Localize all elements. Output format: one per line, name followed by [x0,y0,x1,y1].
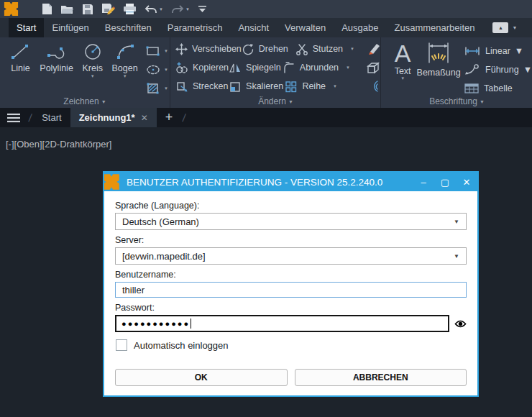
fillet-label: Abrunden [300,63,339,73]
ribbon-tab-ansicht[interactable]: Ansicht [230,18,277,37]
fillet-caret-icon[interactable]: ▼ [346,65,350,70]
cancel-button[interactable]: ABBRECHEN [295,369,467,386]
trim-button[interactable]: Stutzen ▼ [295,43,354,55]
ribbon-collapse-caret-icon[interactable]: ▼ [512,25,517,30]
open-file-icon[interactable] [60,2,75,17]
language-label: Sprache (Language): [115,201,467,211]
hamburger-menu-icon[interactable] [0,108,27,127]
viewport-controls-label[interactable]: [-][Oben][2D-Drahtkörper] [6,139,111,150]
copy-button[interactable]: Kopieren [175,62,229,74]
server-label: Server: [115,235,467,245]
redo-caret-icon[interactable]: ▼ [185,7,190,12]
ribbon-tab-beschriften[interactable]: Beschriften [97,18,160,37]
table-button[interactable]: Tabelle [464,79,532,98]
circle-label: Kreis [82,63,102,73]
linear-dimension-button[interactable]: Linear ▼ [464,42,532,60]
ribbon-tab-zusammenarbeiten[interactable]: Zusammenarbeiten [386,18,482,37]
file-tab-drawing-label: Zeichnung1* [79,112,135,123]
panel-label-zeichnen[interactable]: Zeichnen▼ [0,96,170,106]
copy-label: Kopieren [193,63,229,73]
dialog-close-button[interactable]: ✕ [456,177,477,188]
window-titlebar: ▼ ▼ [0,0,532,18]
leader-caret-icon[interactable]: ▼ [523,65,532,75]
dialog-titlebar[interactable]: BENUTZER AUTHENTIFIZIERUNG - VERSION 25.… [104,173,477,191]
language-select[interactable]: Deutsch (German) ▼ [115,213,467,230]
undo-button[interactable]: ▼ [144,2,164,17]
array-button[interactable]: Reihe ▼ [285,81,337,93]
line-label: Linie [11,63,29,73]
autologin-label: Automatisch einloggen [134,340,229,351]
undo-caret-icon[interactable]: ▼ [159,7,163,12]
array-caret-icon[interactable]: ▼ [333,84,337,88]
save-as-icon[interactable] [101,2,116,17]
fillet-button[interactable]: Abrunden ▼ [283,62,350,74]
table-label: Tabelle [484,83,513,93]
ellipse-button[interactable]: ▼ [145,60,168,79]
customize-toolbar-icon[interactable] [197,2,208,17]
circle-icon [83,40,103,63]
dialog-maximize-button[interactable]: ▢ [434,177,456,188]
rectangle-caret-icon[interactable]: ▼ [164,49,168,53]
drawing-canvas[interactable]: [-][Oben][2D-Drahtkörper] BENUTZER AUTHE… [0,127,532,417]
arc-caret-icon[interactable]: ▼ [123,74,127,78]
ribbon-tab-verwalten[interactable]: Verwalten [277,18,334,37]
show-password-eye-icon[interactable] [454,319,467,329]
hatch-caret-icon[interactable]: ▼ [164,86,168,91]
explode-button[interactable] [366,61,380,74]
dialog-body: Sprache (Language): Deutsch (German) ▼ S… [104,191,477,395]
save-icon[interactable] [81,2,94,17]
text-caret-icon[interactable]: ▼ [400,76,405,81]
hatch-button[interactable]: ▼ [145,79,168,98]
stretch-label: Strecken [193,81,228,91]
mirror-button[interactable]: Spiegeln [229,62,283,74]
ribbon-tab-ausgabe[interactable]: Ausgabe [334,18,386,37]
close-tab-icon[interactable]: ✕ [141,113,148,123]
file-tab-drawing[interactable]: Zeichnung1* ✕ [70,108,157,127]
panel-beschriftung: A Text ▼ Bemaßung Linear ▼ Führung ▼ [382,37,532,108]
leader-label: Führung [485,65,519,75]
polyline-icon [46,40,68,63]
language-caret-icon: ▼ [454,219,459,225]
stretch-button[interactable]: Strecken [175,81,229,93]
scale-button[interactable]: Skalieren [229,81,285,93]
array-label: Reihe [302,81,326,91]
move-button[interactable]: Verschieben [175,43,242,55]
file-tab-bar: / Start Zeichnung1* ✕ + / [0,108,532,127]
linear-caret-icon[interactable]: ▼ [515,46,523,56]
offset-button[interactable] [366,80,380,93]
login-dialog: BENUTZER AUTHENTIFIZIERUNG - VERSION 25.… [103,171,479,397]
dimension-icon [424,40,453,68]
ribbon-tab-start[interactable]: Start [9,18,44,37]
username-field[interactable]: thiller [115,282,467,298]
server-select[interactable]: [devwin.mapedit.de] ▼ [115,247,467,265]
new-file-icon[interactable] [41,2,53,17]
new-tab-button[interactable]: + [157,110,182,125]
move-label: Verschieben [192,44,242,54]
panel-label-beschriftung[interactable]: Beschriftung▼ [382,96,532,106]
circle-caret-icon[interactable]: ▼ [91,74,95,78]
mirror-label: Spiegeln [246,63,281,73]
ribbon-tab-parametrisch[interactable]: Parametrisch [160,18,231,37]
erase-button[interactable] [366,42,380,55]
trim-caret-icon[interactable]: ▼ [350,47,354,51]
password-masked-value: ●●●●●●●●●●● [121,319,190,328]
password-field[interactable]: ●●●●●●●●●●● [115,315,449,332]
panel-zeichnen: Linie Polylinie Kreis ▼ Bogen ▼ ▼ [0,37,170,108]
redo-button[interactable]: ▼ [170,2,191,17]
app-logo-icon[interactable] [3,1,19,17]
ribbon-tab-einfuegen[interactable]: Einfügen [44,18,96,37]
linear-label: Linear [485,46,510,56]
zeichnen-panel-caret-icon: ▼ [101,99,106,104]
file-tab-start[interactable]: Start [33,108,70,127]
rectangle-button[interactable]: ▼ [145,42,168,60]
print-icon[interactable] [122,2,137,17]
panel-aendern: Verschieben Drehen Stutzen ▼ Kopieren [171,37,381,108]
dialog-minimize-button[interactable]: – [413,177,434,188]
ok-button[interactable]: OK [115,369,288,386]
autologin-checkbox[interactable] [116,339,127,351]
ellipse-caret-icon[interactable]: ▼ [164,68,168,72]
rotate-button[interactable]: Drehen [242,43,295,55]
leader-button[interactable]: Führung ▼ [464,60,532,79]
ribbon-collapse-button[interactable]: ▲ [492,22,508,33]
panel-label-aendern[interactable]: Ändern▼ [171,96,380,106]
